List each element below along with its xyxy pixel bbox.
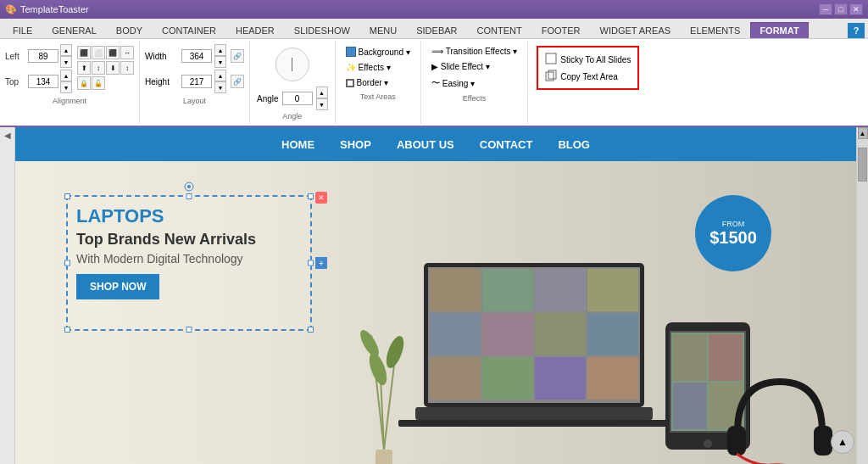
align-hstretch-btn[interactable]: ↔: [120, 46, 134, 59]
angle-down-btn[interactable]: ▼: [316, 98, 328, 110]
height-up-btn[interactable]: ▲: [214, 70, 226, 81]
handle-tm[interactable]: [186, 193, 192, 199]
width-label: Width: [145, 52, 179, 61]
unlock-btn[interactable]: 🔓: [92, 76, 105, 90]
copy-text-item[interactable]: Copy Text Area: [545, 68, 631, 85]
close-button[interactable]: ✕: [849, 3, 863, 15]
tab-footer[interactable]: FOOTER: [532, 22, 590, 38]
tab-content[interactable]: CONTENT: [468, 22, 531, 38]
angle-row: Angle ▲ ▼: [257, 87, 328, 110]
content-box-close[interactable]: ✕: [315, 192, 327, 204]
svg-rect-26: [415, 407, 653, 420]
main-area: ◀ HOME SHOP ABOUT US CONTACT BLOG: [0, 127, 868, 464]
svg-rect-14: [430, 269, 481, 311]
handle-bl[interactable]: [64, 327, 70, 333]
left-down-btn[interactable]: ▼: [60, 56, 72, 68]
svg-rect-25: [587, 357, 638, 400]
maximize-button[interactable]: □: [834, 3, 848, 15]
left-row: Left ▲ ▼: [5, 44, 72, 68]
height-label: Height: [145, 77, 179, 87]
height-input[interactable]: [181, 75, 212, 88]
transition-icon: ⟹: [431, 47, 443, 56]
headphones-graphic: [721, 365, 839, 464]
border-btn[interactable]: Border ▾: [341, 75, 415, 90]
scroll-up-btn[interactable]: ▲: [831, 430, 854, 454]
svg-rect-32: [673, 334, 707, 381]
easing-btn[interactable]: 〜 Easing ▾: [426, 75, 522, 92]
nav-about[interactable]: ABOUT US: [397, 138, 454, 151]
canvas-area: HOME SHOP ABOUT US CONTACT BLOG: [15, 127, 856, 464]
format-highlight-box: Sticky To All Slides Copy Text Area: [537, 46, 639, 90]
align-vstretch-btn[interactable]: ↕: [120, 61, 134, 75]
handle-tl[interactable]: [64, 193, 70, 199]
tab-format[interactable]: FORMAT: [750, 22, 808, 38]
align-right-btn[interactable]: ⬛: [106, 46, 120, 59]
align-bottom-btn[interactable]: ⬇: [106, 61, 120, 75]
easing-label: Easing ▾: [442, 79, 475, 88]
nav-shop[interactable]: SHOP: [340, 138, 371, 151]
ribbon: Left ▲ ▼ Top ▲ ▼: [0, 39, 868, 127]
nav-blog[interactable]: BLOG: [558, 138, 590, 151]
border-label: Border ▾: [357, 78, 389, 87]
effects-btn[interactable]: ✨ Effects ▾: [341, 60, 415, 75]
nav-contact[interactable]: CONTACT: [480, 138, 533, 151]
content-box-add[interactable]: +: [315, 257, 327, 269]
svg-rect-22: [430, 357, 481, 400]
background-btn[interactable]: Background ▾: [341, 44, 415, 59]
tab-menu[interactable]: MENU: [360, 22, 406, 38]
width-input[interactable]: [181, 49, 212, 63]
align-center-btn[interactable]: ⬜: [92, 46, 105, 59]
handle-br[interactable]: [308, 327, 314, 333]
svg-rect-20: [535, 313, 586, 355]
tab-file[interactable]: FILE: [3, 22, 42, 38]
help-button[interactable]: ?: [848, 23, 865, 38]
scroll-up-arrow[interactable]: ▲: [858, 127, 868, 139]
angle-dial[interactable]: [275, 48, 309, 81]
tab-elements[interactable]: ELEMENTS: [681, 22, 749, 38]
top-down-btn[interactable]: ▼: [60, 81, 72, 93]
align-top-btn[interactable]: ⬆: [77, 61, 91, 75]
handle-bm[interactable]: [186, 327, 192, 333]
move-handle[interactable]: [184, 182, 194, 193]
slide-label: Slide Effect ▾: [441, 62, 490, 71]
width-lock-btn[interactable]: 🔗: [231, 49, 244, 63]
format-section: Sticky To All Slides Copy Text Area: [528, 41, 648, 124]
top-up-btn[interactable]: ▲: [60, 70, 72, 81]
slide-effect-btn[interactable]: ▶ Slide Effect ▾: [426, 59, 522, 74]
slide-icon: ▶: [431, 62, 438, 71]
scroll-track[interactable]: [857, 139, 868, 464]
tab-container[interactable]: CONTAINER: [153, 22, 225, 38]
width-down-btn[interactable]: ▼: [214, 56, 226, 68]
content-selection-box[interactable]: ✕ + LAPTOPS Top Brands New Arrivals With…: [66, 195, 312, 331]
tab-body[interactable]: BODY: [107, 22, 152, 38]
lock-btn[interactable]: 🔒: [77, 76, 91, 90]
tab-sidebar[interactable]: SIDEBAR: [407, 22, 466, 38]
top-input[interactable]: [28, 75, 58, 88]
height-lock-btn[interactable]: 🔗: [231, 75, 244, 88]
angle-up-btn[interactable]: ▲: [316, 87, 328, 98]
tab-widget-areas[interactable]: WIDGET AREAS: [591, 22, 681, 38]
align-middle-btn[interactable]: ↕: [92, 61, 105, 75]
shop-now-button[interactable]: SHOP NOW: [76, 274, 159, 299]
tab-slideshow[interactable]: SLIDESHOW: [285, 22, 359, 38]
left-input[interactable]: [28, 49, 58, 63]
width-up-btn[interactable]: ▲: [214, 44, 226, 56]
collapse-arrow[interactable]: ◀: [4, 131, 11, 140]
align-left-btn[interactable]: ⬛: [77, 46, 91, 59]
minimize-button[interactable]: ─: [819, 3, 832, 15]
transition-btn[interactable]: ⟹ Transition Effects ▾: [426, 44, 522, 59]
height-down-btn[interactable]: ▼: [214, 81, 226, 93]
alignment-section: Left ▲ ▼ Top ▲ ▼: [0, 41, 140, 124]
tab-general[interactable]: GENERAL: [42, 22, 106, 38]
svg-rect-21: [587, 313, 638, 355]
handle-mr[interactable]: [308, 260, 314, 266]
tab-header[interactable]: HEADER: [226, 22, 284, 38]
angle-input[interactable]: [282, 92, 313, 105]
handle-ml[interactable]: [64, 260, 70, 266]
left-up-btn[interactable]: ▲: [60, 44, 72, 56]
handle-tr[interactable]: [308, 193, 314, 199]
scroll-thumb[interactable]: [858, 148, 867, 182]
angle-label: Angle: [257, 94, 279, 103]
svg-rect-15: [482, 269, 533, 311]
nav-home[interactable]: HOME: [281, 138, 314, 151]
